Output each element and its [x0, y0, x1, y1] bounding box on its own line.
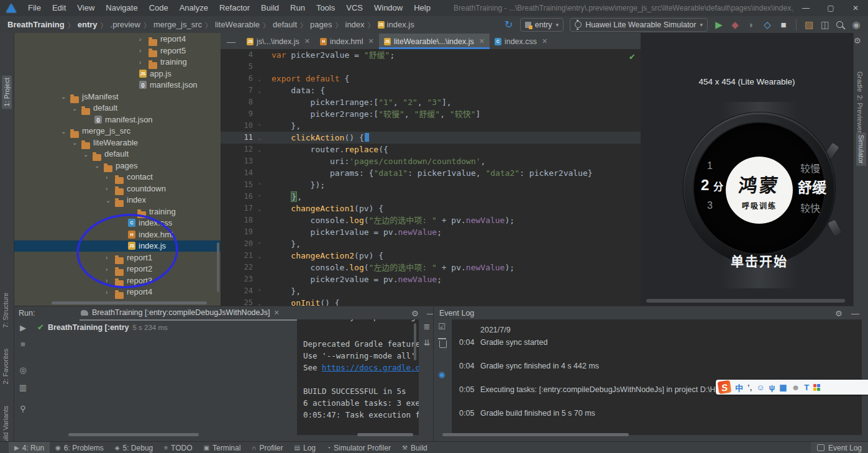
- code-line-10[interactable]: 10⌃ },: [221, 120, 641, 132]
- chinese-mode-icon[interactable]: 中: [735, 382, 743, 393]
- fold-open-icon[interactable]: ⌄: [258, 73, 261, 85]
- chevron-expanded-icon[interactable]: ⌄: [83, 151, 88, 158]
- sogou-logo-icon[interactable]: S: [718, 380, 732, 395]
- chevron-collapsed-icon[interactable]: ›: [106, 185, 107, 192]
- tree-item-index[interactable]: ⌄index: [14, 194, 221, 206]
- statusbar-6problems[interactable]: ◉6: Problems: [50, 442, 109, 453]
- breadcrumb-item-indexjs[interactable]: index.js: [387, 20, 414, 29]
- keyboard-icon[interactable]: ▦: [779, 383, 787, 392]
- tree-item-report5[interactable]: ›report5: [14, 45, 221, 57]
- breadcrumb-item-mergejssrc[interactable]: merge_js_src: [153, 20, 202, 29]
- tree-item-indexjs[interactable]: JSindex.js: [14, 240, 221, 252]
- menu-navigate[interactable]: Navigate: [100, 0, 143, 16]
- project-vertical-scrollbar[interactable]: [217, 242, 219, 292]
- code-line-21[interactable]: 21⌄ changeAction2(pv) {: [221, 250, 641, 262]
- tool-strip-structure[interactable]: 7: Structure: [2, 293, 9, 328]
- code-line-19[interactable]: 19 picker1value = pv.newValue;: [221, 226, 641, 238]
- tree-item-default[interactable]: ⌄default: [14, 103, 221, 114]
- show-passed-icon[interactable]: ◎: [16, 365, 30, 375]
- tree-item-manifestjson[interactable]: {}manifest.json: [14, 80, 221, 91]
- close-icon[interactable]: ✕: [542, 37, 547, 45]
- scroll-to-end-icon[interactable]: ⇊: [420, 338, 434, 347]
- chevron-expanded-icon[interactable]: ⌄: [72, 139, 77, 146]
- tree-item-training[interactable]: ›training: [14, 57, 221, 68]
- tree-item-indexcss[interactable]: Cindex.css: [14, 217, 221, 229]
- person-icon[interactable]: ☻: [792, 383, 800, 392]
- code-line-17[interactable]: 17⌄ changeAction1(pv) {: [221, 203, 641, 214]
- layout-icon[interactable]: ▥: [16, 383, 30, 392]
- statusbar-simulatorprofiler[interactable]: ◔Simulator Profiler: [321, 442, 396, 453]
- inspection-ok-icon[interactable]: ✔: [629, 52, 636, 62]
- chevron-collapsed-icon[interactable]: ›: [139, 59, 141, 66]
- statusbar-log[interactable]: ▤Log: [289, 442, 321, 453]
- fold-open-icon[interactable]: ⌄: [258, 132, 261, 144]
- chevron-collapsed-icon[interactable]: ›: [139, 47, 141, 54]
- event-log-entry[interactable]: 0:05Gradle build finished in 5 s 70 ms: [459, 409, 595, 418]
- skin-icon[interactable]: T: [804, 383, 809, 392]
- code-line-23[interactable]: 23 picker2value = pv.newValue;: [221, 273, 641, 285]
- hide-panel-icon[interactable]: —: [851, 309, 859, 318]
- menu-build[interactable]: Build: [255, 0, 285, 16]
- event-settings-icon[interactable]: ◉: [435, 370, 449, 379]
- menu-window[interactable]: Window: [368, 0, 408, 16]
- code-line-11[interactable]: 11⌄ clickAction() {: [221, 132, 641, 144]
- search-icon[interactable]: [834, 20, 847, 30]
- tree-item-report1[interactable]: ›report1: [14, 252, 221, 263]
- code-line-12[interactable]: 12⌄ router.replace({: [221, 144, 641, 155]
- menu-edit[interactable]: Edit: [47, 0, 71, 16]
- code-line-4[interactable]: 4var picker2value = "舒缓";: [221, 49, 641, 61]
- code-line-15[interactable]: 15⌃ });: [221, 179, 641, 191]
- run-tree-item[interactable]: ✔ BreathTraining [:entry 5 s 234 ms: [37, 323, 168, 332]
- close-icon[interactable]: ✕: [479, 37, 485, 45]
- picker-left-option-1[interactable]: 1: [707, 160, 713, 172]
- emoji-icon[interactable]: ☺: [756, 383, 764, 392]
- tree-item-mergejssrc[interactable]: ⌄merge_js_src: [14, 126, 221, 137]
- chevron-collapsed-icon[interactable]: ›: [106, 254, 107, 261]
- gear-icon[interactable]: ⚙: [854, 36, 861, 45]
- fold-open-icon[interactable]: ⌄: [258, 144, 261, 156]
- tool-strip-favorites[interactable]: 2: Favorites: [2, 349, 9, 384]
- trash-icon[interactable]: [439, 341, 447, 348]
- module-selector[interactable]: entry▾: [520, 18, 564, 32]
- tree-item-manifestjson[interactable]: {}manifest.json: [14, 114, 221, 126]
- hide-tabs-icon[interactable]: —: [221, 37, 242, 49]
- rerun-icon[interactable]: ▶: [16, 323, 30, 332]
- tool-strip-previewer[interactable]: 2: Previewer: [856, 95, 864, 133]
- code-line-13[interactable]: 13 uri:'pages/countdown/countdown',: [221, 155, 641, 167]
- menu-run[interactable]: Run: [285, 0, 311, 16]
- event-log-hscrollbar[interactable]: [442, 433, 629, 436]
- chevron-expanded-icon[interactable]: ⌄: [106, 197, 111, 204]
- picker-left-selected[interactable]: 2 分: [701, 176, 723, 194]
- tool-windows-icon[interactable]: ◫: [818, 19, 832, 30]
- chevron-collapsed-icon[interactable]: ›: [106, 174, 107, 181]
- editor-tab-indexhml[interactable]: Hindex.hml✕: [315, 34, 379, 49]
- editor-tab-jsindexjs[interactable]: JSjs\...\index.js✕: [242, 34, 315, 49]
- code-line-6[interactable]: 6⌄export default {: [221, 73, 641, 85]
- statusbar-todo[interactable]: ≡TODO: [158, 442, 198, 453]
- close-icon[interactable]: ✕: [304, 37, 310, 45]
- code-editor[interactable]: 4var picker2value = "舒缓";56⌄export defau…: [221, 49, 641, 306]
- statusbar-4run[interactable]: ▶4: Run: [9, 442, 50, 453]
- console-vertical-scrollbar[interactable]: [414, 323, 416, 360]
- code-line-7[interactable]: 7⌄ data: {: [221, 85, 641, 96]
- breadcrumb-item-index[interactable]: index: [345, 20, 365, 29]
- chevron-collapsed-icon[interactable]: ›: [106, 266, 107, 273]
- tree-item-report4[interactable]: ›report4: [14, 34, 221, 45]
- fold-open-icon[interactable]: ⌄: [258, 203, 261, 215]
- tree-item-default[interactable]: ⌄default: [14, 149, 221, 160]
- chevron-collapsed-icon[interactable]: ›: [106, 277, 107, 284]
- code-line-8[interactable]: 8 picker1range:["1", "2", "3"],: [221, 96, 641, 108]
- fold-open-icon[interactable]: ⌄: [258, 85, 261, 97]
- debug-icon[interactable]: ◆: [728, 19, 742, 30]
- picker-left-option-3[interactable]: 3: [707, 200, 713, 211]
- soft-wrap-icon[interactable]: ≣: [420, 322, 434, 331]
- statusbar-terminal[interactable]: ▣Terminal: [198, 442, 247, 453]
- tree-item-report3[interactable]: ›report3: [14, 275, 221, 286]
- event-log-entry[interactable]: 2021/7/9: [459, 326, 511, 334]
- sogou-grid-icon[interactable]: [813, 384, 820, 391]
- breadcrumb-item-default[interactable]: default: [273, 20, 297, 29]
- run-icon[interactable]: ▶: [712, 19, 726, 30]
- event-log-entry[interactable]: 0:04Gradle sync finished in 4 s 442 ms: [459, 362, 599, 370]
- simulator-horizontal-scrollbar[interactable]: [646, 299, 845, 303]
- picker-right-option-1[interactable]: 较慢: [800, 160, 820, 175]
